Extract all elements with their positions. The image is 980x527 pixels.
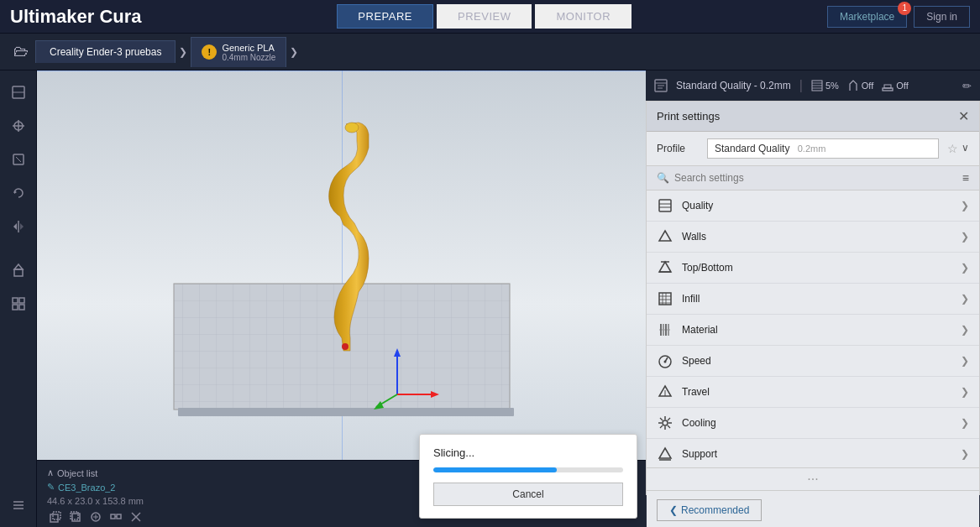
search-row: 🔍 ≡ [647,166,979,190]
object-action-delete[interactable] [128,511,144,525]
scale-tool[interactable] [3,144,34,175]
printer-tab-chevron[interactable]: ❯ [176,46,191,58]
tab-monitor[interactable]: MONITOR [535,4,631,29]
profile-dropdown[interactable]: Standard Quality 0.2mm [707,138,939,159]
printer-tab[interactable]: Creality Ender-3 pruebas [35,40,176,63]
mirror-tool[interactable] [3,211,34,242]
settings-overflow-indicator: ··· [647,467,979,490]
object-action-merge[interactable] [87,511,104,525]
svg-rect-32 [50,514,58,522]
material-tab-chevron[interactable]: ❯ [286,46,301,58]
translate-tool[interactable] [3,111,34,141]
marketplace-button[interactable]: Marketplace 1 [827,6,907,28]
svg-marker-57 [659,231,671,241]
folder-icon[interactable]: 🗁 [7,39,35,64]
material-name: Generic PLA [222,43,275,53]
settings-item-support[interactable]: Support ❯ [647,439,979,467]
signin-button[interactable]: Sign in [914,6,970,28]
support-blocker-tool[interactable] [3,255,34,285]
select-tool[interactable] [3,77,34,107]
edit-object-icon[interactable]: ✎ [47,482,55,493]
settings-item-material[interactable]: Material ❯ [647,315,979,346]
viewport[interactable] [37,70,646,460]
infill-indicator: 5% [811,80,839,91]
svg-rect-23 [178,408,514,416]
nav-right: Marketplace 1 Sign in [827,6,970,28]
quality-icon [657,197,673,214]
support-value: Off [862,81,873,91]
edit-settings-pencil[interactable]: ✏ [962,80,972,92]
print-settings-panel: Print settings ✕ Profile Standard Qualit… [646,101,980,495]
profile-name: Standard Quality [715,143,789,154]
object-action-multiply[interactable] [47,511,64,525]
svg-line-84 [660,425,663,428]
svg-marker-12 [14,264,23,269]
profile-star-icon[interactable]: ☆ [947,142,958,155]
progress-bar-fill [433,467,557,472]
settings-item-quality[interactable]: Quality ❯ [647,190,979,222]
svg-rect-54 [659,200,671,211]
profile-row: Profile Standard Quality 0.2mm ☆ ∨ [647,132,979,166]
right-panel: Standard Quality - 0.2mm | 5% Off Off ✏ … [646,70,980,527]
svg-rect-40 [117,514,121,519]
settings-item-walls[interactable]: Walls ❯ [647,222,979,253]
print-settings-close[interactable]: ✕ [958,108,969,124]
settings-list: Quality ❯ Walls ❯ Top/Bottom [647,190,979,467]
recommended-label: Recommended [681,504,749,516]
tab-prepare[interactable]: PREPARE [337,4,433,29]
nozzle-size: 0.4mm Nozzle [222,53,275,62]
app-logo: Ultimaker Cura [10,6,142,28]
material-info: Generic PLA 0.4mm Nozzle [222,43,275,62]
marketplace-badge: 1 [898,2,911,15]
axis-arrows [372,344,439,411]
rotate-tool[interactable] [3,178,34,208]
svg-marker-27 [394,348,401,357]
svg-marker-10 [20,223,24,230]
object-action-group[interactable] [107,511,124,525]
print-settings-title: Print settings [657,110,720,123]
tab-bar: 🗁 Creality Ender-3 pruebas ❯ ! Generic P… [0,34,980,70]
infill-icon [657,290,673,307]
settings-item-cooling[interactable]: Cooling ❯ [647,408,979,439]
svg-rect-16 [19,305,24,310]
material-icon [657,321,673,338]
print-settings-header: Print settings ✕ [647,102,979,132]
logo-bold: Cura [99,6,141,27]
settings-item-speed[interactable]: Speed ❯ [647,346,979,377]
svg-rect-33 [53,512,60,519]
top-bar-profile-name: Standard Quality - 0.2mm [676,80,791,91]
svg-marker-85 [659,448,671,458]
recommended-button[interactable]: ❮ Recommended [657,499,762,521]
adhesion-value: Off [896,81,908,91]
cancel-slicing-button[interactable]: Cancel [433,483,623,506]
cooling-icon [657,415,673,431]
svg-line-82 [668,425,670,428]
svg-marker-58 [659,262,671,272]
settings-item-top-bottom[interactable]: Top/Bottom ❯ [647,253,979,284]
tab-preview[interactable]: PREVIEW [437,4,532,29]
speed-label: Speed [682,355,952,367]
travel-label: Travel [682,386,952,398]
svg-marker-7 [14,190,17,194]
object-list-chevron-up: ∧ [47,467,54,478]
material-tab[interactable]: ! Generic PLA 0.4mm Nozzle [191,37,286,67]
settings-item-infill[interactable]: Infill ❯ [647,284,979,315]
profile-chevron-icon[interactable]: ∨ [962,142,969,155]
search-settings-input[interactable] [674,172,957,184]
svg-marker-29 [431,391,439,398]
walls-chevron: ❯ [961,231,969,243]
marketplace-label: Marketplace [840,11,894,23]
svg-rect-15 [13,305,18,310]
layer-view-tool[interactable] [3,490,34,520]
search-menu-icon[interactable]: ≡ [962,171,969,185]
quality-chevron: ❯ [961,200,969,211]
arrange-tool[interactable] [3,289,34,319]
quality-label: Quality [682,200,952,211]
top-bottom-label: Top/Bottom [682,262,952,274]
top-bottom-icon [657,259,673,276]
object-action-copy[interactable] [67,511,84,525]
support-chevron: ❯ [961,448,969,460]
recommended-row: ❮ Recommended [647,490,979,527]
settings-item-travel[interactable]: Travel ❯ [647,377,979,408]
profile-icon [654,79,668,92]
